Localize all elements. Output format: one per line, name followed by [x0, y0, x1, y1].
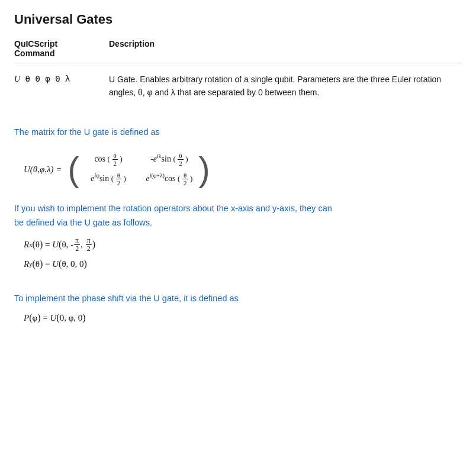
matrix-inner: cos ( θ 2 ) -eiλsin ( θ 2 ) eiφsin ( θ 2… [79, 149, 199, 190]
matrix-label: U(θ,φ,λ) = [24, 165, 62, 175]
section2-text: If you wish to implement the rotation op… [14, 202, 462, 229]
matrix-cell-22: ei(φ+λ)cos ( θ 2 ) [146, 172, 192, 186]
matrix-cell-12: -eiλsin ( θ 2 ) [146, 152, 192, 167]
col1-header: QuICScriptCommand [14, 39, 109, 58]
formula-rx: Rx(θ) = U(θ, - π 2 , π 2 ) [24, 237, 462, 253]
section1-text: The matrix for the U gate is defined as [14, 125, 462, 139]
right-bracket: ) [198, 152, 210, 186]
description-cell: U Gate. Enables arbitrary rotation of a … [109, 73, 462, 99]
col2-header: Description [109, 39, 462, 58]
command-cell: U θ 0 φ 0 λ [14, 73, 109, 99]
left-bracket: ( [67, 152, 79, 186]
section3-text: To implement the phase shift via the U g… [14, 292, 462, 305]
formula-ry: Ry(θ) = U(θ, 0, 0) [24, 259, 462, 269]
page-title: Universal Gates [14, 12, 462, 27]
table-row: U θ 0 φ 0 λ U Gate. Enables arbitrary ro… [14, 63, 462, 109]
formula-p: P(φ) = U(0, φ, 0) [24, 312, 462, 323]
matrix-cell-21: eiφsin ( θ 2 ) [85, 172, 132, 186]
table-header: QuICScriptCommand Description [14, 39, 462, 63]
matrix-cell-11: cos ( θ 2 ) [85, 152, 132, 167]
matrix-formula: U(θ,φ,λ) = ( cos ( θ 2 ) -eiλsin ( θ 2 )… [24, 149, 462, 190]
